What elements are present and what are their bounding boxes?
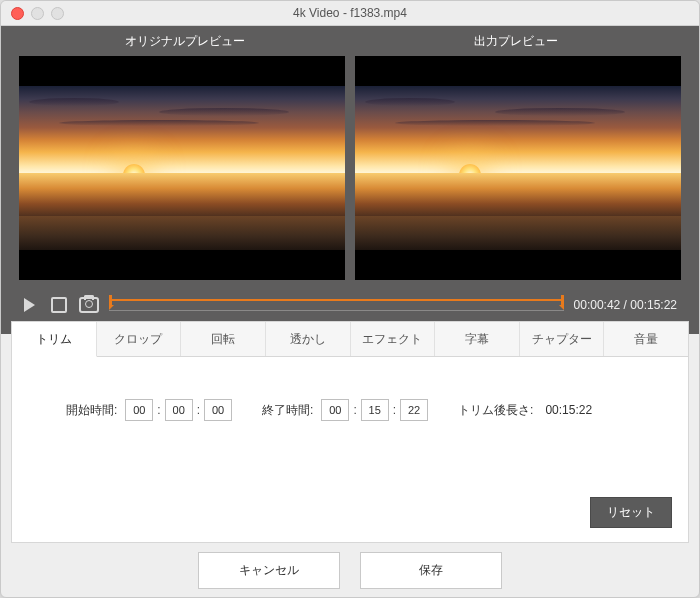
- close-icon[interactable]: [11, 7, 24, 20]
- footer: キャンセル 保存: [1, 543, 699, 597]
- end-seconds[interactable]: 22: [400, 399, 428, 421]
- tab-watermark[interactable]: 透かし: [266, 322, 351, 356]
- trim-handle-end[interactable]: [561, 295, 564, 305]
- tab-subtitle[interactable]: 字幕: [435, 322, 520, 356]
- trim-row: 開始時間: 00: 00: 00 終了時間: 00: 15: 22 トリム後長さ…: [66, 399, 652, 421]
- current-time: 00:00:42: [574, 298, 621, 312]
- start-time-input: 00: 00: 00: [125, 399, 232, 421]
- trim-length-value: 00:15:22: [545, 403, 592, 417]
- original-preview-pane[interactable]: [19, 56, 345, 280]
- reset-button[interactable]: リセット: [590, 497, 672, 528]
- traffic-lights: [11, 7, 64, 20]
- stop-button[interactable]: [49, 295, 69, 315]
- cancel-button[interactable]: キャンセル: [198, 552, 340, 589]
- tab-trim[interactable]: トリム: [12, 322, 97, 357]
- app-window: { "window": { "title": "4k Video - f1383…: [0, 0, 700, 598]
- start-hours[interactable]: 00: [125, 399, 153, 421]
- output-preview-label: 出力プレビュー: [350, 26, 681, 56]
- original-preview-label: オリジナルプレビュー: [19, 26, 350, 56]
- end-time-input: 00: 15: 22: [321, 399, 428, 421]
- output-preview-pane[interactable]: [355, 56, 681, 280]
- total-time: 00:15:22: [630, 298, 677, 312]
- preview-labels: オリジナルプレビュー 出力プレビュー: [19, 26, 681, 56]
- tab-bar: トリム クロップ 回転 透かし エフェクト 字幕 チャプター 音量: [12, 322, 688, 357]
- trim-track[interactable]: [109, 295, 564, 315]
- preview-panes: [19, 56, 681, 280]
- camera-icon: [79, 297, 99, 313]
- tab-effect[interactable]: エフェクト: [351, 322, 436, 356]
- reset-row: リセット: [590, 497, 672, 528]
- end-minutes[interactable]: 15: [361, 399, 389, 421]
- window-title: 4k Video - f1383.mp4: [1, 6, 699, 20]
- save-button[interactable]: 保存: [360, 552, 502, 589]
- tab-crop[interactable]: クロップ: [97, 322, 182, 356]
- transport-controls: 00:00:42 / 00:15:22: [19, 288, 681, 322]
- titlebar: 4k Video - f1383.mp4: [1, 1, 699, 26]
- trim-handle-start[interactable]: [109, 295, 112, 305]
- maximize-icon[interactable]: [51, 7, 64, 20]
- stop-icon: [51, 297, 67, 313]
- start-minutes[interactable]: 00: [165, 399, 193, 421]
- minimize-icon[interactable]: [31, 7, 44, 20]
- trim-form: 開始時間: 00: 00: 00 終了時間: 00: 15: 22 トリム後長さ…: [12, 357, 688, 421]
- play-icon: [24, 298, 35, 312]
- tab-volume[interactable]: 音量: [604, 322, 688, 356]
- start-seconds[interactable]: 00: [204, 399, 232, 421]
- preview-area: オリジナルプレビュー 出力プレビュー: [1, 26, 699, 334]
- play-button[interactable]: [19, 295, 39, 315]
- tab-chapter[interactable]: チャプター: [520, 322, 605, 356]
- editor-panel: トリム クロップ 回転 透かし エフェクト 字幕 チャプター 音量 開始時間: …: [11, 321, 689, 543]
- start-time-label: 開始時間:: [66, 402, 117, 419]
- tab-rotate[interactable]: 回転: [181, 322, 266, 356]
- trim-length-label: トリム後長さ:: [458, 402, 533, 419]
- end-hours[interactable]: 00: [321, 399, 349, 421]
- snapshot-button[interactable]: [79, 295, 99, 315]
- timecode: 00:00:42 / 00:15:22: [574, 298, 681, 312]
- end-time-label: 終了時間:: [262, 402, 313, 419]
